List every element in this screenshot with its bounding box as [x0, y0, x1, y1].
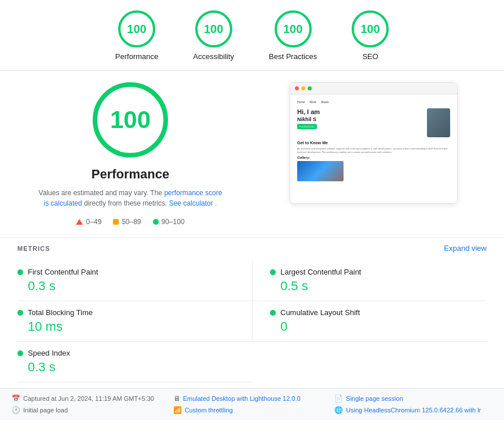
score-item-best-practices[interactable]: 100 Best Practices	[269, 10, 317, 61]
metric-fcp-header: First Contentful Paint	[17, 268, 235, 276]
preview-person-image	[427, 108, 450, 137]
score-legend: 0–49 50–89 90–100	[76, 218, 184, 226]
tbt-value: 10 ms	[28, 319, 235, 334]
best-practices-circle: 100	[275, 10, 312, 47]
website-preview: Home Work Share Hi, I am Nikhil S Full-S…	[290, 82, 458, 204]
si-status-dot	[17, 350, 23, 356]
preview-text: Hi, I am Nikhil S Full-Stack Dev	[297, 108, 320, 131]
titlebar-min-dot	[301, 86, 305, 90]
metric-lcp-header: Largest Contentful Paint	[270, 268, 487, 276]
footer-bar: 📅 Captured at Jun 2, 2024, 11:19 AM GMT+…	[0, 388, 504, 420]
fcp-name: First Contentful Paint	[28, 268, 98, 276]
metrics-title: METRICS	[17, 245, 50, 252]
seo-circle: 100	[352, 10, 389, 47]
footer-throttling: 📶 Custom throttling	[173, 406, 331, 414]
pass-icon	[153, 219, 159, 225]
metric-lcp: Largest Contentful Paint 0.5 s	[252, 261, 487, 301]
metric-cls-header: Cumulative Layout Shift	[270, 308, 487, 317]
performance-note: Values are estimated and may vary. The p…	[38, 188, 223, 209]
throttling-link[interactable]: Custom throttling	[185, 407, 233, 414]
seo-label: SEO	[362, 52, 378, 61]
average-icon	[113, 219, 119, 225]
emulated-link[interactable]: Emulated Desktop with Lighthouse 12.0.0	[183, 395, 301, 402]
main-content: 100 Performance Values are estimated and…	[0, 71, 504, 237]
tbt-status-dot	[17, 310, 23, 316]
browser-icon: 🌐	[334, 406, 343, 414]
legend-pass: 90–100	[153, 218, 185, 226]
footer-captured: 📅 Captured at Jun 2, 2024, 11:19 AM GMT+…	[12, 394, 170, 403]
headless-link[interactable]: Using HeadlessChromium 125.0.6422.66 wit…	[346, 407, 481, 414]
main-title: Performance	[92, 167, 170, 182]
titlebar-max-dot	[308, 86, 312, 90]
lcp-status-dot	[270, 269, 276, 275]
legend-fail: 0–49	[76, 218, 101, 226]
fcp-status-dot	[17, 269, 23, 275]
metrics-grid: First Contentful Paint 0.3 s Largest Con…	[17, 261, 487, 382]
page-icon: 📄	[334, 394, 343, 403]
app-container: 100 Performance 100 Accessibility 100 Be…	[0, 0, 504, 435]
metric-fcp: First Contentful Paint 0.3 s	[17, 261, 252, 301]
tbt-name: Total Blocking Time	[28, 308, 93, 317]
left-panel: 100 Performance Values are estimated and…	[17, 82, 243, 226]
si-name: Speed Index	[28, 349, 70, 357]
best-practices-label: Best Practices	[269, 52, 317, 61]
performance-label: Performance	[115, 52, 158, 61]
metric-si: Speed Index 0.3 s	[17, 342, 252, 382]
fcp-value: 0.3 s	[28, 279, 235, 294]
cls-status-dot	[270, 310, 276, 316]
metric-si-header: Speed Index	[17, 349, 235, 357]
legend-average: 50–89	[113, 218, 141, 226]
footer-initial-load: 🕐 Initial page load	[12, 406, 170, 414]
preview-nav: Home Work Share	[297, 100, 450, 104]
preview-badge: Full-Stack Dev	[297, 124, 317, 129]
metric-tbt-header: Total Blocking Time	[17, 308, 235, 317]
calendar-icon: 📅	[12, 394, 20, 403]
footer-headless: 🌐 Using HeadlessChromium 125.0.6422.66 w…	[334, 406, 492, 414]
score-item-performance[interactable]: 100 Performance	[115, 10, 158, 61]
wifi-icon: 📶	[173, 406, 182, 414]
preview-section-title: Get to Know Me	[297, 141, 450, 145]
cls-name: Cumulative Layout Shift	[280, 308, 360, 317]
preview-body: Home Work Share Hi, I am Nikhil S Full-S…	[290, 94, 457, 203]
session-link[interactable]: Single page session	[346, 395, 403, 402]
performance-circle: 100	[118, 10, 155, 47]
metric-tbt: Total Blocking Time 10 ms	[17, 301, 252, 342]
metrics-section: METRICS Expand view First Contentful Pai…	[0, 238, 504, 388]
metrics-header: METRICS Expand view	[17, 238, 487, 258]
score-bar: 100 Performance 100 Accessibility 100 Be…	[0, 0, 504, 71]
calculator-link[interactable]: See calculator	[169, 199, 215, 207]
score-item-seo[interactable]: 100 SEO	[352, 10, 389, 61]
footer-session: 📄 Single page session	[334, 394, 492, 403]
titlebar-close-dot	[295, 86, 299, 90]
main-score-circle: 100	[93, 82, 168, 158]
desktop-icon: 🖥	[173, 394, 180, 403]
si-value: 0.3 s	[28, 360, 235, 375]
score-item-accessibility[interactable]: 100 Accessibility	[193, 10, 234, 61]
accessibility-circle: 100	[195, 10, 232, 47]
preview-description: An ambitious and motivated software engi…	[297, 147, 450, 153]
fail-icon	[76, 219, 83, 225]
accessibility-label: Accessibility	[193, 52, 234, 61]
lcp-name: Largest Contentful Paint	[280, 268, 361, 276]
metric-cls: Cumulative Layout Shift 0	[252, 301, 487, 342]
preview-gallery-title: Gallery:	[297, 156, 450, 159]
preview-titlebar	[290, 83, 457, 94]
preview-hero: Hi, I am Nikhil S Full-Stack Dev	[297, 108, 450, 137]
lcp-value: 0.5 s	[280, 279, 487, 294]
preview-gallery-image	[297, 161, 344, 181]
right-panel: Home Work Share Hi, I am Nikhil S Full-S…	[261, 82, 487, 226]
clock-icon: 🕐	[12, 406, 20, 414]
cls-value: 0	[280, 319, 487, 334]
expand-view-button[interactable]: Expand view	[444, 244, 487, 253]
footer-emulated: 🖥 Emulated Desktop with Lighthouse 12.0.…	[173, 394, 331, 403]
